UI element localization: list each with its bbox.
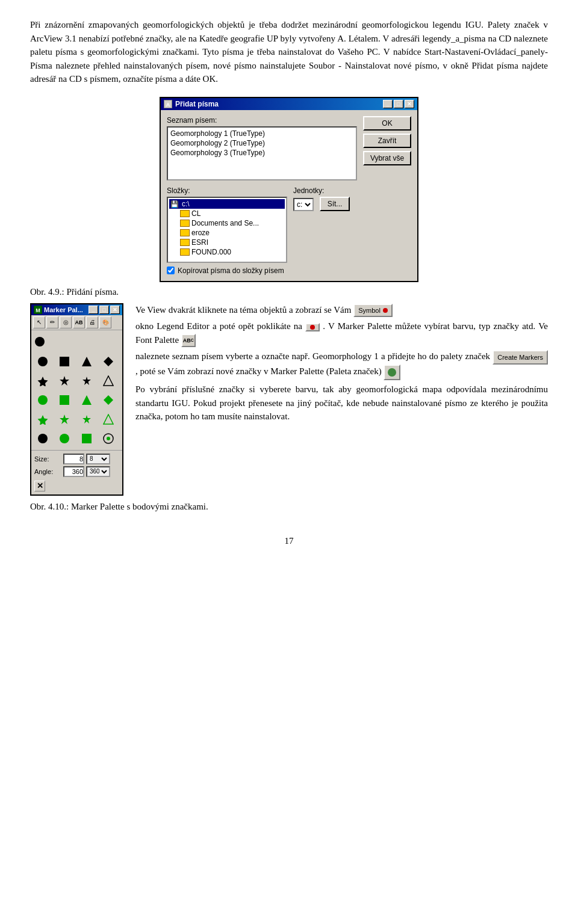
copy-checkbox-row: Kopírovat písma do složky písem: [167, 266, 287, 275]
pencil-tool[interactable]: ✏: [46, 316, 58, 328]
folders-panel: Složky: 💾 c:\ CL Documents and Se...: [167, 186, 287, 275]
marker-cell-2[interactable]: [56, 353, 73, 370]
maximize-btn[interactable]: □: [394, 100, 403, 108]
marker-grid: [31, 350, 122, 450]
marker-cell-18[interactable]: [56, 430, 73, 447]
black-dot-cell[interactable]: [34, 333, 119, 350]
fonts-listbox[interactable]: Geomorphology 1 (TrueType) Geomorphology…: [167, 126, 357, 180]
size-label: Size:: [34, 455, 61, 463]
marker-cell-19[interactable]: [78, 430, 95, 447]
drive-label: c:\: [182, 200, 190, 208]
marker-cell-17[interactable]: [34, 430, 51, 447]
folder-item-docs[interactable]: Documents and Se...: [169, 218, 285, 228]
marker-cell-20[interactable]: [100, 430, 117, 447]
marker-cell-5[interactable]: [34, 372, 51, 389]
angle-label: Angle:: [34, 468, 61, 475]
angle-input[interactable]: [63, 466, 84, 477]
marker-cell-11[interactable]: [78, 392, 95, 408]
close-button[interactable]: Zavřít: [363, 134, 411, 148]
select-all-button[interactable]: Vybrat vše: [363, 151, 411, 165]
dialog-titlebar: A Přidat písma _ □ ✕: [161, 98, 417, 110]
marker-cell-8[interactable]: [100, 372, 117, 389]
dialog-left-panel: Seznam písem: Geomorphology 1 (TrueType)…: [167, 116, 357, 180]
network-button[interactable]: Sít...: [320, 197, 350, 211]
create-markers-button[interactable]: Create Markers: [493, 350, 548, 365]
angle-dropdown[interactable]: 360: [86, 466, 110, 477]
marker-bottom-controls: Size: 8 Angle: 360 ✕: [31, 450, 122, 494]
text-part4: naleznete seznam písem vyberte a označte…: [135, 351, 490, 361]
marker-cell-3[interactable]: [78, 353, 95, 370]
drive-icon: 💾: [170, 200, 180, 208]
dialog-upper-body: Seznam písem: Geomorphology 1 (TrueType)…: [161, 110, 417, 186]
font-item-2[interactable]: Geomorphology 2 (TrueType): [169, 138, 355, 148]
add-fonts-dialog: A Přidat písma _ □ ✕ Seznam písem: Geomo…: [160, 97, 418, 282]
folder-item-eroze[interactable]: eroze: [169, 228, 285, 238]
marker-cell-1[interactable]: [34, 353, 51, 370]
right-text-p4: Po vybrání příslušné značky si vyberete …: [135, 383, 548, 424]
text-part2: okno Legend Editor a poté opět poklikáte…: [135, 321, 302, 331]
marker-palette-icon: M: [34, 306, 42, 314]
folder-item-esri[interactable]: ESRI: [169, 238, 285, 247]
palette-tool[interactable]: 🎨: [99, 316, 111, 328]
marker-cell-16[interactable]: [100, 411, 117, 428]
symbol-button[interactable]: Symbol: [353, 304, 393, 318]
marker-minimize-btn[interactable]: _: [89, 306, 98, 314]
right-text-p1: Ve View dvakrát kliknete na téma objektů…: [135, 303, 548, 318]
close-btn[interactable]: ✕: [405, 100, 414, 108]
minimize-btn[interactable]: _: [383, 100, 393, 108]
folder-label-cl: CL: [191, 209, 200, 218]
text-tool[interactable]: AB: [73, 316, 85, 328]
svg-marker-6: [60, 376, 69, 386]
svg-marker-8: [104, 376, 113, 386]
svg-point-0: [35, 337, 45, 346]
drive-item[interactable]: 💾 c:\: [169, 199, 285, 209]
marker-close-btn[interactable]: ✕: [110, 306, 120, 314]
marker-palette-title: Marker Pal...: [44, 306, 83, 313]
size-dropdown[interactable]: 8: [86, 454, 110, 464]
font-item-3[interactable]: Geomorphology 3 (TrueType): [169, 148, 355, 158]
main-paragraph: Při znázornění zmapovaných geomorfologic…: [30, 18, 548, 86]
size-input[interactable]: [63, 454, 84, 464]
folder-label-esri: ESRI: [191, 238, 208, 247]
dialog-icon: A: [164, 100, 172, 108]
folder-label-eroze: eroze: [191, 229, 210, 237]
svg-rect-2: [60, 357, 69, 366]
ok-button[interactable]: OK: [363, 116, 411, 131]
svg-marker-3: [82, 357, 92, 366]
symbol-button-2[interactable]: [305, 323, 320, 331]
print-tool[interactable]: 🖨: [86, 316, 98, 328]
marker-maximize-btn[interactable]: □: [99, 306, 109, 314]
marker-cell-13[interactable]: [34, 411, 51, 428]
folder-item-found[interactable]: FOUND.000: [169, 247, 285, 257]
units-row: c: Sít...: [293, 197, 411, 211]
svg-marker-14: [60, 414, 69, 424]
window-controls: _ □ ✕: [383, 100, 414, 108]
marker-cell-9[interactable]: [34, 392, 51, 408]
font-item-1[interactable]: Geomorphology 1 (TrueType): [169, 129, 355, 138]
close-marker-btn[interactable]: ✕: [34, 481, 45, 491]
fill-tool[interactable]: ◎: [60, 316, 72, 328]
folder-item-cl[interactable]: CL: [169, 209, 285, 218]
svg-marker-4: [104, 357, 113, 366]
svg-point-18: [60, 434, 69, 443]
copy-checkbox-label: Kopírovat písma do složky písem: [178, 266, 284, 275]
marker-cell-6[interactable]: [56, 372, 73, 389]
marker-cell-10[interactable]: [56, 392, 73, 408]
marker-cell-15[interactable]: [78, 411, 95, 428]
svg-marker-12: [104, 395, 113, 405]
folders-label: Složky:: [167, 186, 287, 195]
folder-label-docs: Documents and Se...: [191, 219, 259, 227]
marker-palette-window: M Marker Pal... _ □ ✕ ↖ ✏ ◎ AB 🖨 🎨: [30, 303, 123, 496]
marker-cell-14[interactable]: [56, 411, 73, 428]
svg-point-21: [107, 437, 110, 440]
units-label: Jednotky:: [293, 186, 411, 195]
svg-point-22: [388, 368, 396, 377]
folders-listbox[interactable]: 💾 c:\ CL Documents and Se... eroze: [167, 197, 287, 263]
marker-cell-4[interactable]: [100, 353, 117, 370]
svg-point-9: [38, 395, 48, 405]
copy-checkbox[interactable]: [167, 266, 175, 274]
pointer-tool[interactable]: ↖: [33, 316, 45, 328]
marker-cell-7[interactable]: [78, 372, 95, 389]
drive-select[interactable]: c:: [293, 198, 314, 211]
marker-cell-12[interactable]: [100, 392, 117, 408]
